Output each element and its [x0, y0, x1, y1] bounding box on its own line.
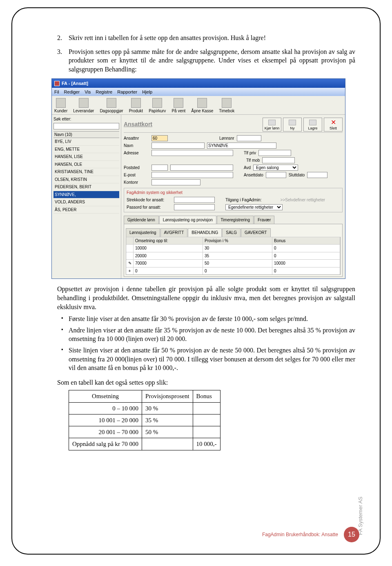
ansattnr-field[interactable] — [151, 135, 168, 141]
search-input[interactable] — [53, 123, 119, 129]
list-item[interactable]: ÅS, PEDER — [53, 206, 119, 214]
subtab-salg[interactable]: SALG — [222, 228, 241, 237]
name-list: BYE, LIV ENG, METTE HANSEN, LISE HANSEN,… — [53, 138, 119, 214]
kontonr-field[interactable] — [151, 179, 200, 185]
tab-gjeldende[interactable]: Gjeldende lønn — [124, 216, 159, 224]
strekkode-field[interactable] — [174, 197, 215, 203]
grid-row[interactable]: ✎ 70000 50 10000 — [126, 259, 340, 267]
lonnsnr-label: Lønnsnr — [219, 136, 234, 141]
ansdato-field[interactable] — [266, 172, 286, 178]
tlfmob-label: Tlf mob — [246, 158, 260, 163]
footer-label: FagAdmin Brukerhåndbok: Ansatte — [262, 532, 338, 537]
subtab-gavekort[interactable]: GAVEKORT — [241, 228, 271, 237]
form: Ansattnr Lønnsnr Navn Ad — [124, 135, 343, 185]
tool-kunder[interactable]: Kunder — [54, 98, 67, 114]
coins-icon — [107, 98, 116, 108]
tool-apnekasse[interactable]: Åpne Kasse — [191, 98, 213, 114]
ol-number: 3. — [57, 47, 69, 74]
register-icon — [197, 98, 207, 108]
bullet-mark: ▪ — [57, 326, 69, 343]
subtab-behandling[interactable]: BEHANDLING — [188, 228, 222, 237]
ol-number: 2. — [57, 33, 69, 42]
search-label: Søk etter: — [53, 116, 119, 122]
add-icon: + — [126, 267, 134, 275]
slett-button[interactable]: ✕Slett — [324, 118, 343, 131]
tilgang-select[interactable]: Egendefinerte rettigheter — [225, 204, 283, 210]
ol-item-3: 3. Provisjon settes opp på samme måte fo… — [57, 47, 355, 74]
app-window: FA - [Ansatt] Fil Rediger Vis Registre R… — [51, 78, 345, 279]
subtab-lonnsjustering[interactable]: Lønnsjustering — [126, 228, 160, 237]
tool-dagsoppgjor[interactable]: Dagsoppgjør — [100, 98, 123, 114]
poststed-field[interactable] — [170, 165, 233, 171]
page-number: 15 — [344, 527, 359, 542]
passord-label: Passord for ansatt: — [127, 205, 172, 210]
list-item[interactable]: OLSEN, KRISTIN — [53, 176, 119, 184]
ny-button[interactable]: Ny — [283, 118, 302, 131]
security-box: FagAdmin system og sikkerhet Strekkode f… — [124, 188, 343, 212]
table-header-row: Omsetning Provisjonsprosent Bonus — [69, 390, 220, 402]
menubar: Fil Rediger Vis Registre Rapporter Hjelp — [52, 88, 345, 96]
tool-timebok[interactable]: Timebok — [219, 98, 234, 114]
avd-select[interactable]: Egen salong — [253, 165, 298, 171]
tlfmob-field[interactable] — [262, 157, 295, 163]
new-icon — [289, 120, 296, 125]
sluttdato-field[interactable] — [307, 172, 327, 178]
window-title: FA - [Ansatt] — [62, 80, 88, 87]
navn-label: Navn — [124, 143, 149, 149]
list-item-selected[interactable]: SYNNØVE, — [53, 191, 119, 199]
tool-papirkurv[interactable]: Papirkurv — [149, 98, 166, 114]
grid-row[interactable]: 10000 30 0 — [126, 244, 340, 252]
tab-timereg[interactable]: Timeregistrering — [217, 216, 254, 224]
summary-intro: Som en tabell kan det også settes opp sl… — [57, 378, 355, 387]
fornavn-field[interactable] — [207, 143, 276, 149]
main-area: Søk etter: Navn (10) BYE, LIV ENG, METTE… — [52, 115, 345, 279]
sluttdato-label: Sluttdato — [289, 172, 305, 178]
passord-field[interactable] — [174, 204, 215, 210]
list-item[interactable]: ENG, METTE — [53, 146, 119, 154]
grid-row[interactable]: 20000 35 0 — [126, 252, 340, 260]
tlfpriv-field[interactable] — [258, 150, 291, 156]
lagre-button[interactable]: Lagre — [303, 118, 322, 131]
menu-hjelp[interactable]: Hjelp — [142, 89, 152, 95]
list-item[interactable]: KRISTIANSEN, TINE — [53, 168, 119, 176]
menu-registre[interactable]: Registre — [96, 89, 112, 95]
bullet-list: ▪Første linje viser at den ansatte får 3… — [57, 314, 355, 372]
selvdef-link[interactable]: >>Selvdefiner rettigheter — [281, 197, 325, 203]
menu-fil[interactable]: Fil — [54, 89, 59, 95]
tool-pavent[interactable]: På vent — [172, 98, 185, 114]
tlfpriv-label: Tlf priv — [244, 150, 256, 156]
menu-rediger[interactable]: Rediger — [64, 89, 80, 95]
tabs: Gjeldende lønn Lønnsjustering og provisj… — [124, 216, 343, 224]
etternavn-field[interactable] — [151, 143, 205, 149]
lonnsnr-field[interactable] — [237, 135, 261, 141]
adresse-field[interactable] — [151, 150, 233, 156]
epost-field[interactable] — [151, 172, 233, 178]
menu-rapporter[interactable]: Rapporter — [117, 89, 137, 95]
tool-produkt[interactable]: Produkt — [129, 98, 143, 114]
list-item[interactable]: PEDERSEN, BERIT — [53, 183, 119, 191]
grid-header: Omsetning opp til: Provisjon i % Bonus — [126, 237, 340, 245]
menu-vis[interactable]: Vis — [85, 89, 91, 95]
grid-row[interactable]: + 0 0 0 — [126, 267, 340, 275]
card-header: Ansattkort Kjør lønn Ny Lagre ✕Slett — [124, 116, 343, 133]
tab-lonnsjustering[interactable]: Lønnsjustering og provisjon — [159, 216, 216, 224]
tab-fravaer[interactable]: Fravær — [254, 216, 274, 224]
list-item[interactable]: VOLD, ANDERS — [53, 198, 119, 206]
subtab-avgfritt[interactable]: AVGFRITT — [160, 228, 188, 237]
ansattnr-label: Ansattnr — [124, 136, 149, 141]
paragraph-oppsett: Oppsettet av provisjon i denne tabellen … — [57, 285, 355, 311]
tool-leverandor[interactable]: Leverandør — [73, 98, 94, 114]
poststed-label: Poststed — [124, 165, 149, 171]
provision-grid: Omsetning opp til: Provisjon i % Bonus 1… — [126, 237, 341, 275]
kontonr-label: Kontonr — [124, 180, 149, 185]
list-item[interactable]: HANSEN, LISE — [53, 153, 119, 161]
pause-icon — [174, 98, 183, 108]
postnr-field[interactable] — [151, 165, 168, 171]
avd-label: Avd — [244, 165, 251, 171]
app-icon — [54, 81, 60, 86]
kjor-lonn-button[interactable]: Kjør lønn — [263, 118, 281, 131]
epost-label: E-post — [124, 172, 149, 178]
list-item[interactable]: BYE, LIV — [53, 138, 119, 146]
bullet-item: ▪Første linje viser at den ansatte får 3… — [57, 314, 355, 323]
list-item[interactable]: HANSEN, OLE — [53, 161, 119, 169]
